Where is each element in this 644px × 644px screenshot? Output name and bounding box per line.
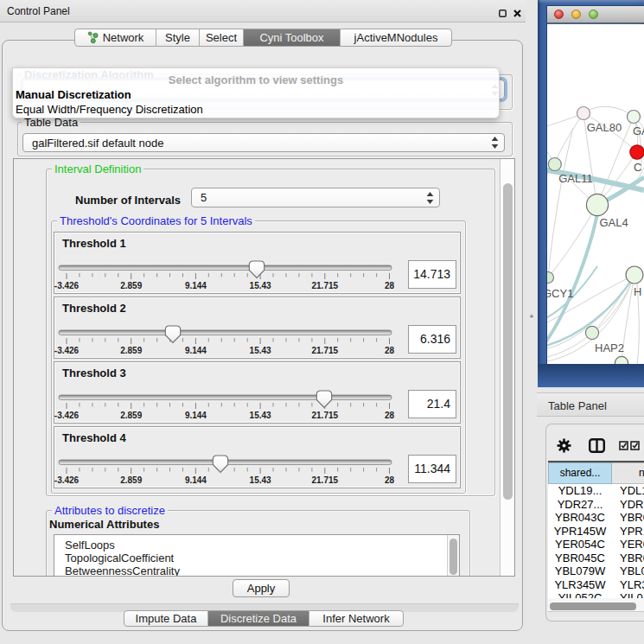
svg-text:GA: GA: [633, 124, 644, 137]
svg-text:GAL11: GAL11: [558, 172, 593, 185]
svg-text:GAL80: GAL80: [587, 121, 622, 134]
svg-text:15.43: 15.43: [250, 346, 271, 355]
svg-text:2.859: 2.859: [120, 281, 142, 290]
svg-text:28: 28: [385, 411, 395, 420]
svg-text:21.715: 21.715: [312, 411, 339, 420]
svg-text:H: H: [634, 285, 641, 298]
svg-text:2.859: 2.859: [120, 411, 142, 420]
svg-text:2.859: 2.859: [120, 475, 142, 485]
svg-text:28: 28: [385, 346, 395, 355]
svg-text:-3.426: -3.426: [54, 346, 80, 355]
svg-text:15.43: 15.43: [250, 411, 271, 420]
svg-text:HAP2: HAP2: [595, 341, 624, 354]
svg-text:21.715: 21.715: [312, 346, 339, 355]
svg-text:C: C: [634, 161, 641, 174]
svg-text:9.144: 9.144: [185, 411, 207, 420]
svg-text:21.715: 21.715: [312, 475, 339, 485]
svg-text:-3.426: -3.426: [54, 411, 80, 420]
svg-text:15.43: 15.43: [250, 475, 271, 485]
svg-text:21.715: 21.715: [312, 281, 339, 290]
svg-text:9.144: 9.144: [185, 346, 207, 355]
svg-text:-3.426: -3.426: [54, 475, 80, 485]
svg-text:GCY1: GCY1: [547, 287, 573, 300]
svg-text:-3.426: -3.426: [54, 281, 80, 290]
svg-text:9.144: 9.144: [185, 281, 207, 290]
svg-text:28: 28: [385, 475, 395, 485]
svg-text:2.859: 2.859: [120, 346, 142, 355]
svg-text:GAL4: GAL4: [599, 216, 628, 229]
svg-text:15.43: 15.43: [250, 281, 271, 290]
svg-text:9.144: 9.144: [185, 475, 207, 485]
svg-text:28: 28: [385, 281, 395, 290]
